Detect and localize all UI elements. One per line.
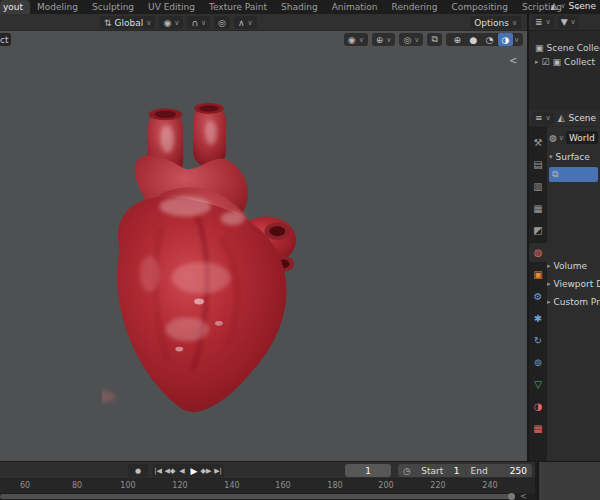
snap-dropdown[interactable]: ∩ ∨ (187, 16, 210, 29)
end-frame-field[interactable]: End 250 (465, 466, 533, 476)
ruler-tick: 200 (374, 481, 398, 490)
proportional-icon: ◎ (218, 18, 226, 28)
jump-to-end-button[interactable]: ▶| (212, 464, 224, 477)
pivot-icon: ◉ (163, 18, 171, 28)
tab-shading[interactable]: Shading (274, 0, 325, 14)
properties-tab-strip: ⚒ ▤ ▥ ▦ ◩ ◍ ▣ ⚙ ✱ ↻ ⊚ ▽ ◑ ▦ (529, 127, 547, 461)
chevron-down-icon[interactable]: ∨ (514, 36, 519, 44)
ruler-tick: 140 (220, 481, 244, 490)
tab-object[interactable]: ▣ (529, 265, 547, 284)
falloff-dropdown[interactable]: ∧ ∨ (234, 16, 257, 29)
custom-properties-panel-header[interactable]: ▸ Custom Prop (547, 295, 600, 309)
timeline-scrollbar[interactable]: < (0, 493, 535, 500)
outliner-collection-row[interactable]: ▸ ☑ ▣ Collect (529, 55, 600, 69)
tab-sculpting[interactable]: Sculpting (85, 0, 141, 14)
shading-mode-group: ⊕ ● ◔ ◑ ∨ (446, 33, 523, 46)
tab-object-data[interactable]: ▽ (529, 375, 547, 394)
options-button[interactable]: Options ∨ (470, 16, 521, 29)
expand-arrow-icon[interactable]: ▸ (535, 58, 539, 66)
current-frame-field[interactable]: 1 (345, 464, 391, 477)
tab-particles[interactable]: ✱ (529, 309, 547, 328)
checkbox-icon[interactable]: ☑ (542, 57, 550, 67)
play-button[interactable]: ▶ (188, 464, 200, 477)
surface-panel-label: Surface (556, 152, 590, 162)
properties-header: ≡ ∨ ◭ Scene (529, 110, 600, 127)
tab-uv-editing[interactable]: UV Editing (141, 0, 202, 14)
breadcrumb: Scene (569, 113, 596, 123)
tab-physics[interactable]: ↻ (529, 331, 547, 350)
shading-wireframe-button[interactable]: ⊕ (450, 33, 465, 46)
scrollbar-collapse-arrow[interactable]: < (520, 492, 527, 500)
scene-selector[interactable]: Scene (569, 1, 596, 11)
tab-tool[interactable]: ⚒ (529, 133, 547, 152)
next-keyframe-button[interactable]: ◆▶ (200, 464, 212, 477)
tab-layout[interactable]: yout (0, 0, 30, 14)
jump-to-start-button[interactable]: |◀ (152, 464, 164, 477)
tab-compositing[interactable]: Compositing (445, 0, 515, 14)
tab-animation[interactable]: Animation (325, 0, 385, 14)
record-icon: ● (132, 464, 144, 477)
tab-material[interactable]: ◑ (529, 397, 547, 416)
tab-render[interactable]: ▤ (529, 155, 547, 174)
sidebar-toggle-arrow[interactable]: < (509, 55, 517, 66)
viewport-display-panel-header[interactable]: ▸ Viewport Dis (547, 277, 600, 291)
editor-type-dropdown[interactable]: ≡ ∨ (532, 112, 554, 125)
surface-node-selector[interactable]: ⧉ (549, 167, 598, 182)
gizmos-dropdown[interactable]: ⊕ ∨ (372, 33, 396, 46)
viewport-overlay-controls: ◉ ∨ ⊕ ∨ ◎ ∨ ⧉ ⊕ ● ◔ ◑ ∨ (344, 33, 523, 46)
tab-texture[interactable]: ▦ (529, 419, 547, 438)
clipped-label: ct (0, 35, 8, 45)
clipped-mode-button[interactable]: ct (0, 33, 11, 46)
prev-keyframe-button[interactable]: ◀◆ (164, 464, 176, 477)
bottom-right-corner (537, 461, 600, 500)
magnet-icon: ∩ (191, 18, 198, 28)
tab-constraints[interactable]: ⊚ (529, 353, 547, 372)
properties-body: ◍ ∨ World ▾ Surface ⧉ ▸ Volume ▸ Viewpor… (547, 127, 600, 461)
scrollbar-bar[interactable] (0, 494, 513, 499)
timeline-ruler[interactable]: 60 80 100 120 140 160 180 200 220 240 (0, 479, 535, 493)
tab-view-layer[interactable]: ▦ (529, 199, 547, 218)
proportional-editing-toggle[interactable]: ◎ (214, 16, 230, 29)
scrollbar-knob[interactable] (508, 493, 515, 500)
viewport-canvas[interactable]: ⇅ Global ∨ ◉ ∨ ∩ ∨ ◎ ∧ ∨ (0, 14, 527, 461)
shading-solid-button[interactable]: ● (466, 33, 481, 46)
surface-panel-header[interactable]: ▾ Surface (549, 150, 598, 164)
chevron-down-icon: ∨ (571, 18, 576, 26)
volume-panel-header[interactable]: ▸ Volume (547, 259, 600, 273)
xray-icon: ⧉ (431, 34, 437, 45)
chevron-down-icon: ∨ (546, 114, 551, 122)
properties-panel: ≡ ∨ ◭ Scene ⚒ ▤ ▥ ▦ ◩ ◍ ▣ ⚙ ✱ ↻ ⊚ ▽ ◑ ▦ … (529, 110, 600, 461)
tab-texture-paint[interactable]: Texture Paint (202, 0, 274, 14)
tab-modeling[interactable]: Modeling (30, 0, 85, 14)
outliner-panel: ≣ ∨ ▼ ∨ ▣ Scene Collectio ▸ ☑ ▣ Collect (529, 14, 600, 110)
viewport-display-panel-label: Viewport Dis (554, 279, 600, 289)
timeline-header: ● |◀ ◀◆ ◀ ▶ ◆▶ ▶| 1 ◷ Start 1 (0, 462, 535, 479)
tab-output[interactable]: ▥ (529, 177, 547, 196)
outliner-header: ≣ ∨ ▼ ∨ (529, 14, 600, 31)
outliner-scene-collection-row[interactable]: ▣ Scene Collectio (529, 41, 600, 55)
volume-panel-label: Volume (554, 261, 587, 271)
playback-controls: ● |◀ ◀◆ ◀ ▶ ◆▶ ▶| (128, 464, 224, 477)
filter-dropdown[interactable]: ▼ ∨ (558, 16, 579, 29)
world-datablock-field[interactable]: World (566, 131, 598, 144)
start-frame-field[interactable]: ◷ Start 1 (398, 466, 465, 476)
play-reverse-button[interactable]: ◀ (176, 464, 188, 477)
collapse-right-icon: ▸ (547, 280, 551, 288)
tab-rendering[interactable]: Rendering (385, 0, 445, 14)
editor-type-dropdown[interactable]: ≣ ∨ (532, 16, 554, 29)
overlays-dropdown[interactable]: ◎ ∨ (399, 33, 423, 46)
transform-orientation-dropdown[interactable]: ⇅ Global ∨ (100, 16, 155, 29)
xray-toggle[interactable]: ⧉ (427, 33, 441, 46)
chevron-down-icon[interactable]: ∨ (559, 134, 564, 142)
heart-model[interactable] (102, 96, 310, 420)
tab-world[interactable]: ◍ (529, 243, 547, 262)
shading-material-button[interactable]: ◔ (482, 33, 497, 46)
pivot-point-dropdown[interactable]: ◉ ∨ (159, 16, 183, 29)
tab-modifiers[interactable]: ⚙ (529, 287, 547, 306)
frame-range-group: ◷ Start 1 End 250 (398, 464, 532, 477)
record-button[interactable]: ● (128, 464, 148, 477)
shading-rendered-button[interactable]: ◑ (498, 33, 513, 46)
visibility-dropdown[interactable]: ◉ ∨ (344, 33, 368, 46)
tab-scene[interactable]: ◩ (529, 221, 547, 240)
chevron-down-icon[interactable]: ∨ (560, 2, 565, 10)
